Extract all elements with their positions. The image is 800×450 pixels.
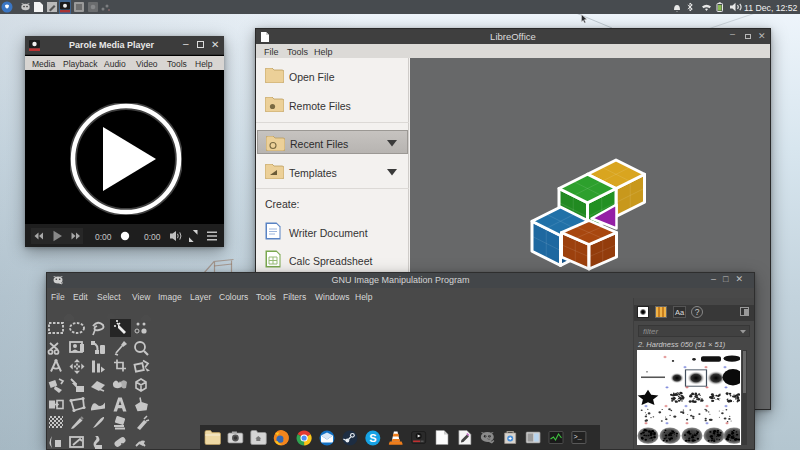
svg-text:>_: >_ (573, 433, 582, 441)
svg-text:0:00: 0:00 (95, 232, 112, 242)
svg-text:11 Dec, 12:52: 11 Dec, 12:52 (744, 3, 798, 13)
svg-text:0:00: 0:00 (144, 232, 161, 242)
svg-text:S: S (369, 432, 376, 444)
